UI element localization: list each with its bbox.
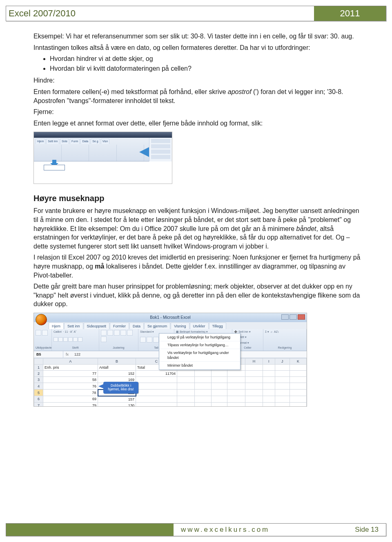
screenshot-ribbon-context: Bok1 - Microsoft Excel Hjem Sett inn Sid… (33, 313, 307, 407)
ctx-show-qat-below[interactable]: Vis verktøylinje for hurtigtilgang under… (159, 349, 240, 362)
footer-page: Side 13 (355, 526, 379, 534)
highlighted-cell (44, 165, 65, 170)
section-heading: Høyre museknapp (33, 193, 363, 204)
tab-insert[interactable]: Sett inn (64, 323, 83, 329)
window-min-icon[interactable] (281, 314, 289, 320)
tab-data[interactable]: Data (129, 323, 144, 329)
fjerne-text: Enten legge et annet format over dette, … (33, 119, 363, 128)
table-row: 669157 (34, 396, 307, 403)
table-row: 358169 (34, 377, 307, 383)
window-max-icon[interactable] (290, 314, 297, 320)
name-box[interactable]: B5 (34, 351, 63, 358)
window-title: Bok1 - Microsoft Excel (150, 315, 190, 320)
context-menu[interactable]: Legg til på verktøylinje for hurtigtilga… (159, 333, 241, 370)
footer-url: www.excelkurs.com (181, 526, 270, 534)
fjerne-label: Fjerne: (33, 108, 363, 116)
window-titlebar: Bok1 - Microsoft Excel (34, 313, 307, 322)
ctx-minimize-ribbon[interactable]: Minimer båndet (159, 362, 240, 369)
intro-p2: Inntastingen tolkes altså å være en dato… (33, 43, 363, 52)
page-footer: www.excelkurs.com Side 13 (6, 523, 386, 536)
header-year: 2011 (314, 6, 386, 21)
formula-value[interactable]: 122 (71, 351, 84, 358)
tab-pagelayout[interactable]: Sideoppsett (84, 323, 110, 329)
page-header: Excel 2007/2010 2011 (6, 6, 386, 21)
callout-tip: Dobbeltklikk i hjørnet, ikke dra! (103, 382, 138, 394)
bullet-2: Hvordan blir vi kvitt datoformateringen … (50, 64, 363, 73)
ribbon-tabs[interactable]: Hjem Sett inn Sideoppsett Formler Data S… (34, 322, 307, 329)
section-p3: Dette går greitt bare man huser prinsipp… (33, 282, 363, 309)
document-body: Eksempel: Vi har et referansenummer som … (0, 21, 392, 456)
bullet-1: Hvordan hindrer vi at dette skjer, og (50, 54, 363, 63)
ctx-add-qat[interactable]: Legg til på verktøylinje for hurtigtilga… (159, 334, 240, 341)
hindre-text: Enten formatere cellen(-e) med tekstform… (33, 87, 363, 105)
intro-bullets: Hvordan hindrer vi at dette skjer, og Hv… (50, 54, 363, 73)
section-p1: For vante brukere er høyre museknapp en … (33, 206, 363, 251)
table-row: 779130 (34, 402, 307, 407)
table-row: 476108 (34, 383, 307, 390)
table-row: 578122 (34, 390, 307, 396)
screenshot-clear-format: HjemSett innSideFormDataSe gVisn (33, 132, 172, 184)
section-p2: I relasjon til Excel 2007 og 2010 kreves… (33, 253, 363, 280)
tab-view[interactable]: Visning (171, 323, 189, 329)
window-close-icon[interactable] (298, 314, 305, 320)
ctx-customize-qat[interactable]: Tilpass verktøylinje for hurtigtilgang… (159, 341, 240, 349)
table-row: 27715211704 (34, 371, 307, 377)
tab-addins[interactable]: Tillegg (209, 323, 226, 329)
tab-formulas[interactable]: Formler (110, 323, 129, 329)
tab-review[interactable]: Se gjennom (144, 323, 170, 329)
header-title: Excel 2007/2010 (6, 6, 314, 21)
tab-home[interactable]: Hjem (49, 323, 64, 329)
intro-p1: Eksempel: Vi har et referansenummer som … (33, 32, 363, 41)
hindre-label: Hindre: (33, 76, 363, 85)
office-button-icon[interactable] (36, 314, 47, 325)
tab-developer[interactable]: Utvikler (190, 323, 209, 329)
